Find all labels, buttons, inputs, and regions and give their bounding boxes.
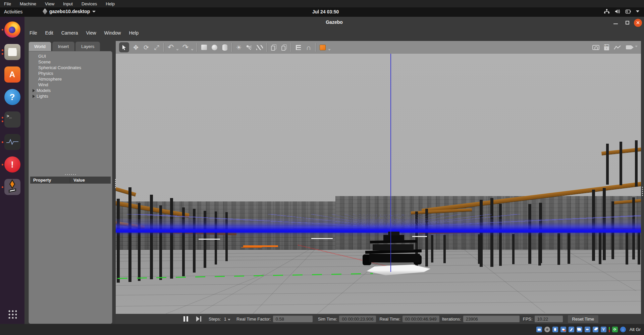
value-column-header[interactable]: Value [70, 178, 85, 183]
dock-item-help[interactable]: ? [0, 89, 24, 105]
log-record-button[interactable]: LOG [604, 44, 609, 50]
restore-button[interactable] [626, 21, 629, 25]
dock-item-terminal[interactable]: >_ [0, 111, 24, 128]
point-light-button[interactable]: ☀ [235, 43, 243, 52]
video-record-button[interactable] [626, 45, 632, 49]
menu-help[interactable]: Help [129, 30, 139, 36]
redo-button[interactable]: ↷ [182, 43, 189, 52]
vm-menu-file[interactable]: File [4, 1, 11, 6]
tab-world[interactable]: World [29, 42, 51, 51]
expand-caret-icon[interactable] [33, 89, 35, 92]
steps-value[interactable]: 1 [224, 317, 226, 322]
plot-button[interactable] [614, 45, 621, 50]
tree-item-lights[interactable]: Lights [29, 93, 112, 99]
undo-history-dropdown[interactable] [176, 49, 179, 51]
system-menu-chevron-icon[interactable] [636, 10, 639, 12]
tab-layers[interactable]: Layers [75, 42, 100, 51]
translate-tool-button[interactable]: ✥ [132, 43, 140, 52]
close-button[interactable]: ✕ [634, 19, 642, 27]
display-icon[interactable] [585, 327, 590, 332]
optical-disc-icon[interactable] [544, 327, 550, 332]
menu-view[interactable]: View [86, 30, 96, 36]
align-button[interactable] [294, 43, 302, 52]
dock-item-ubuntu-software[interactable]: A [0, 66, 24, 83]
view-angle-dropdown[interactable] [328, 49, 331, 51]
tree-item-atmosphere[interactable]: Atmosphere [29, 76, 112, 82]
network-icon[interactable] [560, 327, 566, 332]
hdd-icon[interactable] [536, 327, 542, 332]
rack-post [599, 232, 601, 264]
audio-icon[interactable] [552, 327, 558, 332]
snap-button[interactable]: ∩ [305, 43, 312, 52]
tree-item-physics[interactable]: Physics [29, 70, 112, 76]
video-record-dropdown[interactable] [635, 46, 638, 47]
dock-item-gazebo[interactable] [0, 179, 24, 195]
screenshot-button[interactable] [592, 45, 599, 50]
tree-item-gui[interactable]: GUI [29, 53, 112, 59]
viewport-3d[interactable] [116, 54, 641, 314]
left-splitter-handle[interactable] [115, 179, 116, 189]
copy-button[interactable] [270, 43, 277, 52]
vm-menu-view[interactable]: View [45, 1, 54, 6]
vbox-menu-icon[interactable]: V [601, 327, 606, 332]
vm-menu-input[interactable]: Input [63, 1, 73, 6]
tree-item-models[interactable]: Models [29, 88, 112, 93]
dock-item-update-alert[interactable]: ! [0, 156, 24, 173]
tree-item-wind[interactable]: Wind [29, 82, 112, 88]
clock[interactable]: Jul 24 03:50 [312, 9, 339, 14]
dock-item-firefox[interactable] [0, 21, 24, 38]
gazebo-toolbar: ✥ ⟳ ⤢ ↶ ↷ ☀ ∩ [116, 41, 641, 54]
rack-post [606, 144, 609, 185]
step-button[interactable] [196, 316, 201, 322]
show-applications-button[interactable] [8, 310, 17, 319]
right-splitter-handle[interactable] [642, 186, 643, 196]
shared-folder-icon[interactable] [577, 327, 582, 332]
running-dot [2, 141, 3, 143]
pause-button[interactable] [183, 316, 188, 322]
view-angle-button[interactable] [319, 43, 326, 52]
menu-camera[interactable]: Camera [61, 30, 78, 36]
battery-icon[interactable] [625, 9, 632, 14]
insert-cylinder-button[interactable] [221, 43, 228, 52]
vm-menu-help[interactable]: Help [106, 1, 115, 6]
panel-splitter-handle[interactable] [64, 174, 77, 175]
network-icon[interactable] [603, 9, 610, 14]
tree-item-label: Models [37, 88, 51, 93]
select-tool-button[interactable] [119, 42, 129, 52]
menu-window[interactable]: Window [104, 30, 121, 36]
expand-caret-icon[interactable] [33, 95, 35, 98]
tab-insert[interactable]: Insert [52, 42, 75, 51]
scale-tool-button[interactable]: ⤢ [153, 43, 160, 52]
focused-app-menu[interactable]: gazebo10.desktop [43, 9, 96, 14]
dock-item-system-monitor[interactable] [0, 134, 24, 150]
rotate-tool-button[interactable]: ⟳ [143, 43, 150, 52]
minimize-button[interactable] [613, 23, 618, 24]
vm-menu-machine[interactable]: Machine [20, 1, 36, 6]
steps-dropdown[interactable] [228, 319, 230, 321]
undo-button[interactable]: ↶ [167, 43, 174, 52]
insert-sphere-button[interactable] [211, 43, 218, 52]
activities-button[interactable]: Activities [4, 9, 22, 14]
tree-item-spherical-coordinates[interactable]: Spherical Coordinates [29, 65, 112, 70]
refresh-icon[interactable]: ⟳ [612, 327, 618, 332]
tree-item-scene[interactable]: Scene [29, 59, 112, 65]
vm-menu-devices[interactable]: Devices [82, 1, 97, 6]
dock-item-files[interactable] [0, 44, 24, 60]
volume-icon[interactable] [614, 9, 621, 14]
download-icon[interactable]: ↓ [620, 327, 626, 332]
usb-icon[interactable] [569, 327, 574, 332]
paste-button[interactable] [280, 43, 288, 52]
redo-history-dropdown[interactable] [191, 49, 194, 51]
menu-edit[interactable]: Edit [45, 30, 53, 36]
windows-icon[interactable] [593, 327, 598, 332]
toolbar-separator [231, 43, 232, 52]
gazebo-menubar: File Edit Camera View Window Help [30, 29, 139, 37]
spot-light-button[interactable] [246, 43, 253, 52]
insert-box-button[interactable] [200, 43, 208, 52]
reset-time-button[interactable]: Reset Time [568, 315, 599, 323]
property-column-header[interactable]: Property [30, 178, 70, 183]
directional-light-button[interactable] [256, 43, 263, 52]
simulation-statusbar: Steps: 1 Real Time Factor: 0.58 Sim Time… [116, 314, 641, 324]
menu-file[interactable]: File [30, 30, 37, 36]
gazebo-titlebar[interactable]: Gazebo ✕ [24, 17, 644, 29]
